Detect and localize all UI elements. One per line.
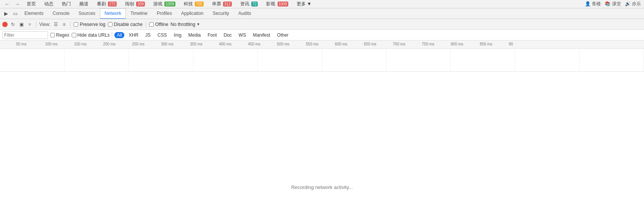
throttling-label: No throttling [170,22,195,27]
devtools-panel: ▶ ▭ Elements Console Sources Network Tim… [0,8,644,197]
browser-topbar: ← → 首页 动态 热门 频道 番剧 272 闯创 209 游戏 1009 科技… [0,0,644,8]
tab-chuang[interactable]: 闯创 209 [122,0,148,8]
tab-more[interactable]: 更多 ▼ [294,0,315,8]
tab-timeline[interactable]: Timeline [126,8,152,19]
offline-checkbox[interactable] [149,22,154,27]
regex-checkbox[interactable] [50,33,55,37]
tab-game[interactable]: 游戏 1009 [150,0,178,8]
regex-label: Regex [56,32,69,38]
filter-js[interactable]: JS [143,32,153,38]
hide-data-urls-checkbox[interactable] [72,33,76,37]
tab-console[interactable]: Console [48,8,74,19]
filter-font[interactable]: Font [206,32,219,38]
timeline-grid [0,49,644,72]
nav-back[interactable]: ← [3,1,11,7]
network-toolbar: ↻ ▣ ▿ View: ☰ ≡ Preserve log Disable cac… [0,19,644,30]
grid-col-1 [0,49,64,71]
filter-doc[interactable]: Doc [222,32,234,38]
tick-600ms: 600 ms [335,42,347,46]
regex-group[interactable]: Regex [50,32,69,38]
news-badge: 72 [251,2,258,6]
tick-350ms: 350 ms [190,42,202,46]
filter-ws[interactable]: WS [236,32,248,38]
filter-input[interactable] [2,31,48,39]
filter-all[interactable]: All [114,32,124,38]
tab-news[interactable]: 资讯 72 [237,0,261,8]
tick-150ms: 150 ms [74,42,87,46]
tab-network[interactable]: Network [100,8,126,19]
filter-img[interactable]: Img [172,32,184,38]
camera-icon[interactable]: ▣ [18,21,24,27]
tab-film[interactable]: 影视 1009 [263,0,291,8]
tick-200ms: 200 ms [103,42,116,46]
tick-50ms: 50 ms [16,42,26,46]
user-icons: 👤 青楼 📚 课堂 🔊 赤乐 [585,1,641,7]
offline-label: Offline [155,22,168,27]
tab-audits[interactable]: Audits [234,8,255,19]
grid-col-8 [451,49,515,71]
game-badge: 1009 [164,2,175,6]
filter-other[interactable]: Other [275,32,291,38]
record-button[interactable] [2,22,8,27]
tick-100ms: 100 ms [45,42,58,46]
network-content: Recording network activity... [0,72,644,197]
preserve-log-group[interactable]: Preserve log [74,22,105,27]
tick-800ms: 800 ms [451,42,463,46]
disable-cache-label: Disable cache [114,22,143,27]
offline-group[interactable]: Offline [149,22,168,27]
tab-dynamic[interactable]: 动态 [41,0,56,8]
tick-750ms: 750 ms [422,42,434,46]
view-list-icon[interactable]: ☰ [53,21,59,27]
serial-badge: 312 [223,2,232,6]
filter-icon[interactable]: ▿ [27,21,33,27]
grid-col-3 [129,49,193,71]
filter-manifest[interactable]: Manifest [251,32,272,38]
hide-data-urls-group[interactable]: Hide data URLs [72,32,110,38]
grid-col-4 [193,49,258,71]
chuang-badge: 209 [136,2,145,6]
inspect-icon[interactable]: ▶ [2,10,11,18]
grid-col-10 [580,49,644,71]
view-large-icon[interactable]: ≡ [61,21,67,27]
tick-300ms: 300 ms [161,42,173,46]
grid-col-7 [386,49,451,71]
filter-media[interactable]: Media [186,32,203,38]
nav-forward[interactable]: → [13,1,21,7]
tick-90: 90 [509,42,513,46]
preserve-log-checkbox[interactable] [74,22,78,27]
disable-cache-group[interactable]: Disable cache [108,22,143,27]
tab-profiles[interactable]: Profiles [152,8,177,19]
reload-icon[interactable]: ↻ [10,21,16,27]
anime-badge: 272 [108,2,117,6]
tick-450ms: 450 ms [248,42,260,46]
filter-xhr[interactable]: XHR [127,32,141,38]
separator-2 [70,21,71,27]
tab-anime[interactable]: 番剧 272 [94,0,120,8]
tab-hot[interactable]: 热门 [59,0,74,8]
preserve-log-label: Preserve log [80,22,105,27]
view-label: View: [39,22,50,27]
tab-application[interactable]: Application [177,8,208,19]
grid-col-6 [322,49,387,71]
hide-data-urls-label: Hide data URLs [77,32,110,38]
timeline-ruler: 50 ms 100 ms 150 ms 200 ms 250 ms 300 ms… [0,40,644,49]
tab-channel[interactable]: 频道 [76,0,92,8]
tab-sources[interactable]: Sources [74,8,100,19]
device-icon[interactable]: ▭ [11,10,20,18]
grid-col-2 [64,49,129,71]
tick-500ms: 500 ms [277,42,289,46]
tab-elements[interactable]: Elements [20,8,48,19]
tick-400ms: 400 ms [219,42,231,46]
throttling-select[interactable]: No throttling ▼ [170,22,200,27]
disable-cache-checkbox[interactable] [108,22,112,27]
tick-550ms: 550 ms [306,42,318,46]
filter-css[interactable]: CSS [155,32,169,38]
film-badge: 1009 [278,2,288,6]
tab-security[interactable]: Security [208,8,234,19]
tab-serial[interactable]: 串票 312 [209,0,235,8]
tab-tech[interactable]: 科技 725 [181,0,207,8]
tab-home[interactable]: 首页 [24,0,39,8]
grid-col-5 [258,49,322,71]
grid-col-9 [515,49,580,71]
tick-850ms: 850 ms [480,42,492,46]
